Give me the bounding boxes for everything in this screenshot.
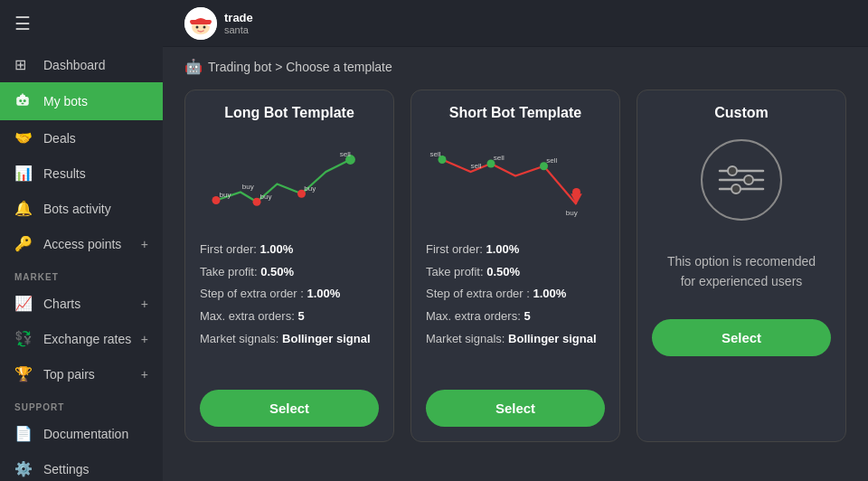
svg-point-10	[203, 25, 206, 28]
svg-point-26	[572, 188, 580, 196]
svg-text:buy: buy	[242, 183, 255, 191]
long-bot-select-button[interactable]: Select	[200, 390, 379, 427]
support-section-label: SUPPORT	[0, 391, 163, 416]
topbar: trade santa	[163, 0, 868, 47]
long-bot-info-label-5: Market signals:	[200, 332, 278, 345]
short-bot-info-label-3: Step of extra order :	[426, 287, 530, 300]
bots-icon	[14, 91, 34, 111]
results-icon: 📊	[14, 165, 34, 182]
svg-rect-4	[22, 103, 24, 105]
long-bot-info-label-4: Max. extra orders:	[200, 309, 295, 323]
svg-point-35	[744, 175, 753, 184]
market-section-label: MARKET	[0, 261, 163, 286]
breadcrumb-path: Trading bot > Choose a template	[208, 60, 392, 74]
sidebar-item-label: Settings	[43, 462, 90, 476]
documentation-icon: 📄	[14, 425, 34, 442]
sidebar-item-bots-activity[interactable]: 🔔 Bots activity	[0, 191, 163, 226]
svg-point-3	[24, 99, 26, 102]
logo-santa: santa	[224, 24, 253, 35]
dashboard-icon: ⊞	[14, 56, 34, 73]
svg-rect-12	[190, 20, 212, 24]
custom-card-description: This option is recomended for experience…	[652, 233, 831, 310]
sidebar-item-label: Results	[43, 166, 86, 181]
svg-text:buy: buy	[304, 184, 316, 193]
long-bot-info-value-2: 0.50%	[260, 265, 294, 278]
settings-icon: ⚙️	[14, 460, 34, 477]
sidebar-item-my-bots[interactable]: My bots	[0, 82, 163, 120]
sidebar-item-access-points[interactable]: 🔑 Access points +	[0, 226, 163, 261]
sidebar-item-deals[interactable]: 🤝 Deals	[0, 120, 163, 156]
topbar-logo: trade santa	[184, 7, 253, 40]
short-bot-select-button[interactable]: Select	[426, 390, 605, 427]
access-points-plus-icon[interactable]: +	[141, 237, 148, 251]
charts-plus-icon[interactable]: +	[141, 297, 148, 311]
long-bot-title: Long Bot Template	[200, 105, 379, 121]
logo-icon	[184, 7, 217, 40]
custom-card: Custom This option is recomended for exp…	[637, 90, 846, 442]
sidebar-item-label: Charts	[43, 297, 80, 311]
short-bot-info-label-4: Max. extra orders:	[426, 309, 521, 323]
svg-text:buy: buy	[566, 209, 579, 217]
long-bot-info-label-3: Step of extra order :	[200, 287, 304, 300]
exchange-rates-plus-icon[interactable]: +	[141, 332, 148, 346]
long-bot-chart: buy buy buy buy sell	[200, 130, 379, 230]
cards-area: Long Bot Template buy buy buy buy sell	[163, 86, 868, 481]
custom-card-icon	[701, 139, 782, 221]
sidebar-item-label: Bots activity	[43, 202, 111, 216]
sidebar-nav: ⊞ Dashboard My bots 🤝 Deals 📊 Results 🔔 …	[0, 47, 163, 481]
sidebar-item-charts[interactable]: 📈 Charts +	[0, 286, 163, 321]
svg-text:sell: sell	[430, 150, 441, 158]
top-pairs-icon: 🏆	[14, 365, 34, 382]
access-points-icon: 🔑	[14, 235, 34, 252]
sidebar-item-label: Dashboard	[43, 58, 106, 72]
sidebar-item-top-pairs[interactable]: 🏆 Top pairs +	[0, 356, 163, 391]
short-bot-title: Short Bot Template	[426, 105, 605, 121]
long-bot-info: First order: 1.00% Take profit: 0.50% St…	[200, 239, 379, 381]
svg-point-9	[196, 25, 199, 28]
short-bot-info-value-1: 1.00%	[486, 242, 519, 256]
long-bot-info-label-1: First order:	[200, 242, 257, 256]
svg-text:sell: sell	[471, 162, 482, 170]
sidebar-item-dashboard[interactable]: ⊞ Dashboard	[0, 47, 163, 82]
short-bot-info-label-1: First order:	[426, 242, 483, 256]
short-bot-info-value-3: 1.00%	[533, 287, 567, 300]
svg-text:buy: buy	[260, 193, 273, 201]
long-bot-info-value-3: 1.00%	[307, 287, 341, 300]
hamburger-icon[interactable]: ☰	[14, 13, 31, 34]
sidebar-item-label: Access points	[43, 237, 121, 251]
short-bot-info-label-2: Take profit:	[426, 265, 484, 278]
sidebar-item-documentation[interactable]: 📄 Documentation	[0, 416, 163, 451]
sidebar-item-label: My bots	[43, 94, 88, 108]
sidebar-item-label: Exchange rates	[43, 332, 131, 346]
short-bot-info-value-2: 0.50%	[486, 265, 520, 278]
long-bot-info-label-2: Take profit:	[200, 265, 258, 278]
short-bot-info-label-5: Market signals:	[426, 332, 505, 345]
sidebar-item-label: Documentation	[43, 427, 128, 441]
main-content: trade santa 🤖 Trading bot > Choose a tem…	[163, 0, 868, 481]
breadcrumb: 🤖 Trading bot > Choose a template	[163, 47, 868, 86]
sidebar-item-exchange-rates[interactable]: 💱 Exchange rates +	[0, 321, 163, 356]
short-bot-info-value-5: Bollinger signal	[508, 332, 597, 345]
deals-icon: 🤝	[14, 129, 34, 146]
svg-text:buy: buy	[220, 191, 232, 199]
logo-trade: trade	[224, 11, 253, 24]
svg-text:sell: sell	[494, 154, 505, 162]
charts-icon: 📈	[14, 295, 34, 312]
custom-select-button[interactable]: Select	[652, 319, 831, 356]
sidebar-item-label: Deals	[43, 131, 76, 146]
sidebar-item-settings[interactable]: ⚙️ Settings	[0, 451, 163, 481]
long-bot-card: Long Bot Template buy buy buy buy sell	[184, 90, 394, 442]
svg-text:sell: sell	[546, 156, 557, 165]
short-bot-info-value-4: 5	[524, 309, 530, 323]
short-bot-card: Short Bot Template sell sell sell	[410, 90, 620, 442]
short-bot-info: First order: 1.00% Take profit: 0.50% St…	[426, 239, 605, 381]
exchange-rates-icon: 💱	[14, 330, 34, 347]
sidebar: ☰ ⊞ Dashboard My bots 🤝 Deals 📊 Results …	[0, 0, 163, 481]
svg-point-37	[731, 184, 741, 193]
long-bot-info-value-5: Bollinger signal	[282, 332, 371, 345]
top-pairs-plus-icon[interactable]: +	[141, 367, 148, 382]
short-bot-chart: sell sell sell sell buy	[426, 130, 605, 230]
svg-point-33	[728, 166, 737, 175]
sidebar-item-results[interactable]: 📊 Results	[0, 156, 163, 191]
sidebar-item-label: Top pairs	[43, 367, 95, 382]
